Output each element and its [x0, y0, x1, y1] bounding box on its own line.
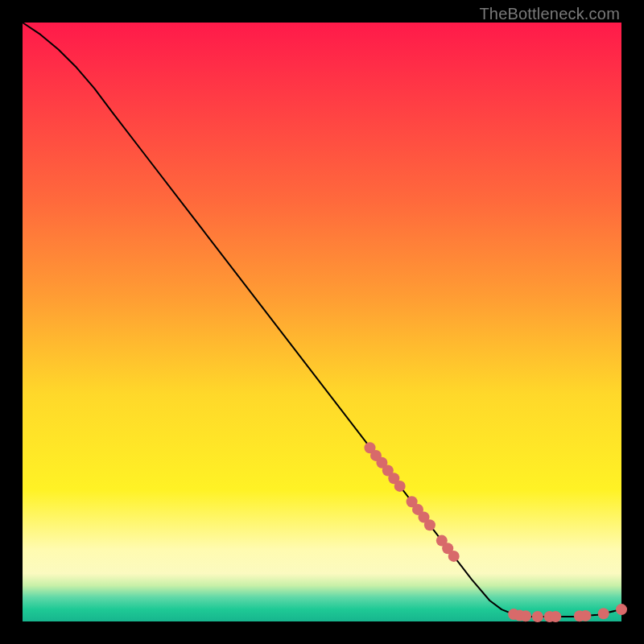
curve-line — [23, 23, 621, 617]
markers-group — [365, 442, 628, 622]
data-marker — [394, 481, 406, 492]
data-marker — [550, 611, 561, 622]
data-marker — [424, 519, 436, 530]
data-marker — [598, 608, 609, 619]
data-marker — [580, 610, 591, 621]
watermark-text: TheBottleneck.com — [479, 5, 620, 23]
data-marker — [448, 551, 460, 562]
plot-area — [23, 23, 621, 621]
data-marker — [520, 610, 531, 621]
data-marker — [616, 604, 627, 615]
data-marker — [532, 611, 543, 622]
chart-stage: TheBottleneck.com — [0, 0, 644, 644]
chart-svg — [23, 23, 621, 621]
